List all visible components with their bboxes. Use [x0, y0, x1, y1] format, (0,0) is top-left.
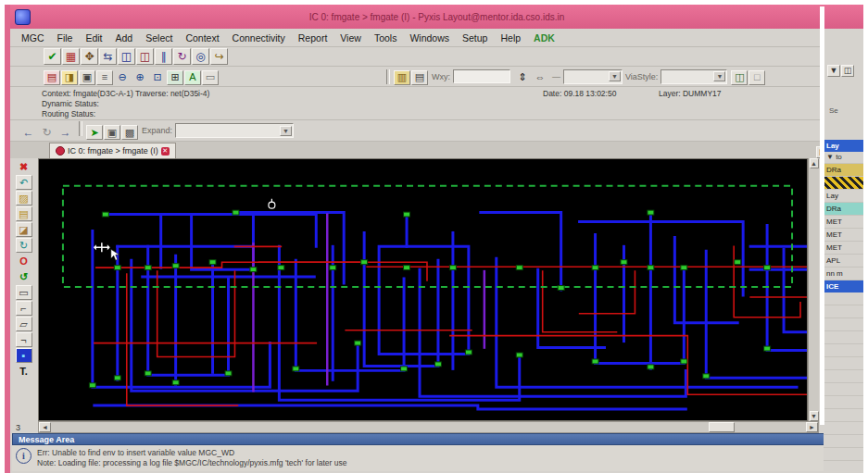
layer-row-empty[interactable] — [824, 305, 863, 318]
print-icon[interactable]: ≡ — [96, 70, 113, 85]
layer-row-empty[interactable] — [824, 422, 863, 435]
layer-row-empty[interactable] — [824, 357, 863, 370]
move-icon[interactable]: ✥ — [81, 48, 98, 65]
save-cell-icon[interactable]: ▣ — [79, 70, 95, 85]
new-cell-icon[interactable]: ▤ — [44, 70, 60, 85]
note-icon[interactable]: ▭ — [202, 70, 219, 85]
new-window-icon[interactable]: ◫ — [731, 70, 748, 85]
via-style-dropdown[interactable]: ▼ — [660, 69, 727, 84]
layer-row[interactable]: DRa — [824, 203, 863, 216]
layer-row[interactable]: MET — [824, 229, 863, 242]
mirror-icon[interactable]: ∥ — [155, 48, 172, 65]
close-tab-icon[interactable]: ✕ — [161, 147, 170, 156]
layout-canvas[interactable] — [38, 158, 808, 421]
layer-row-empty[interactable] — [824, 435, 863, 448]
layer-row[interactable] — [824, 177, 863, 190]
scroll-up-icon[interactable]: ▲ — [810, 158, 819, 168]
zoom-full-icon[interactable]: ⊡ — [149, 70, 166, 85]
paste-icon[interactable]: ◫ — [136, 48, 154, 65]
zoom-selected-icon[interactable]: ◎ — [192, 48, 209, 65]
undo-icon[interactable]: ↶ — [16, 175, 32, 190]
layer-row[interactable]: Lay — [824, 190, 863, 203]
layer-row-empty[interactable] — [824, 409, 863, 422]
zoom-in-icon[interactable]: ⊕ — [132, 70, 148, 85]
copy-icon[interactable]: ◫ — [118, 48, 135, 65]
menu-item-connectivity[interactable]: Connectivity — [227, 31, 291, 44]
save-cell-icon[interactable]: ▤ — [16, 206, 32, 221]
menu-item-setup[interactable]: Setup — [457, 31, 493, 44]
chevron-down-icon[interactable]: ▼ — [609, 71, 621, 81]
via-tool-icon[interactable]: ▪ — [16, 348, 32, 363]
drc-on-icon[interactable]: ↺ — [16, 269, 32, 284]
scroll-left-icon[interactable]: ◄ — [39, 422, 51, 432]
layer-row-empty[interactable] — [824, 344, 863, 357]
layer-row[interactable]: MET — [824, 242, 863, 255]
menu-item-view[interactable]: View — [334, 31, 367, 44]
drc-off-icon[interactable]: O — [16, 254, 32, 268]
h-scrollbar[interactable]: ◄ ► — [38, 421, 819, 433]
h-scroll-thumb[interactable] — [709, 422, 735, 432]
layer-row-empty[interactable] — [824, 331, 863, 344]
layer-row-empty[interactable] — [824, 383, 863, 396]
refresh-icon[interactable]: ↻ — [38, 124, 56, 141]
reload-icon[interactable]: ↻ — [16, 238, 32, 253]
rotate-icon[interactable]: ↻ — [173, 48, 191, 65]
ruler-icon[interactable]: ▤ — [411, 70, 428, 85]
scroll-right-icon[interactable]: ► — [806, 422, 818, 432]
blank-icon[interactable]: □ — [748, 70, 765, 85]
net-dropdown[interactable]: ▼ — [563, 69, 623, 84]
menu-item-adk[interactable]: ADK — [528, 31, 560, 44]
zoom-out-icon[interactable]: ⊖ — [114, 70, 131, 85]
layer-row-empty[interactable] — [824, 370, 863, 383]
menu-item-mgc[interactable]: MGC — [16, 31, 50, 44]
menu-item-report[interactable]: Report — [293, 31, 333, 44]
menu-item-file[interactable]: File — [52, 31, 79, 44]
layer-row-empty[interactable] — [824, 461, 863, 473]
drag-move-icon[interactable]: ⇆ — [99, 48, 117, 65]
edit-cell-icon[interactable]: ▣ — [104, 125, 120, 140]
route-icon[interactable]: ↪ — [210, 48, 228, 65]
back-icon[interactable]: ← — [19, 124, 37, 141]
forward-icon[interactable]: → — [57, 124, 74, 141]
menu-item-add[interactable]: Add — [110, 31, 139, 44]
open-cell-icon[interactable]: ▨ — [16, 191, 32, 205]
layer-row-empty[interactable] — [824, 448, 863, 461]
layer-edit-icon[interactable]: ◫ — [841, 65, 854, 77]
trace-width-icon[interactable]: ▥ — [394, 70, 410, 85]
select-cursor-icon[interactable]: ➤ — [86, 125, 103, 140]
layer-row[interactable]: MET — [824, 216, 863, 229]
open-cell-icon[interactable]: ◨ — [61, 70, 78, 85]
layer-row[interactable]: DRa — [824, 164, 863, 177]
menu-item-select[interactable]: Select — [140, 31, 178, 44]
path-tool-icon[interactable]: ⌐ — [16, 301, 32, 316]
corner-tool-icon[interactable]: ¬ — [16, 332, 32, 347]
select-check-icon[interactable]: ✔ — [44, 48, 61, 65]
chevron-down-icon[interactable]: ▼ — [280, 126, 292, 136]
wxy-input[interactable] — [453, 69, 510, 83]
layers-filter[interactable]: ▼ to — [824, 152, 863, 164]
tab-fmgate[interactable]: IC 0: fmgate > fmgate (I) ✕ — [49, 143, 176, 158]
layer-row-empty[interactable] — [824, 293, 863, 305]
layer-row[interactable]: APL — [824, 255, 863, 268]
palette-icon[interactable]: ◪ — [16, 222, 32, 237]
menu-item-tools[interactable]: Tools — [369, 31, 403, 44]
menu-item-windows[interactable]: Windows — [404, 31, 455, 44]
layer-row-empty[interactable] — [824, 318, 863, 331]
menu-item-context[interactable]: Context — [180, 31, 224, 44]
rect-tool-icon[interactable]: ▭ — [16, 285, 32, 300]
poly-tool-icon[interactable]: ▱ — [16, 317, 32, 331]
layer-menu-icon[interactable]: ▼ — [827, 65, 840, 77]
v-scrollbar[interactable]: ▲ ▼ — [808, 158, 819, 421]
stretch-vertical-icon[interactable]: ⇕ — [514, 70, 531, 85]
expand-dropdown[interactable]: ▼ — [175, 123, 294, 138]
text-a-icon[interactable]: A — [184, 70, 201, 85]
text-tool-icon[interactable]: T. — [16, 364, 32, 379]
peek-icon[interactable]: ▩ — [121, 125, 138, 140]
chevron-down-icon[interactable]: ▼ — [713, 71, 725, 81]
layer-row[interactable]: nn m — [824, 268, 863, 280]
menu-item-edit[interactable]: Edit — [80, 31, 107, 44]
menu-item-help[interactable]: Help — [495, 31, 526, 44]
select-window-icon[interactable]: ▦ — [62, 48, 80, 65]
pan-grid-icon[interactable]: ⊞ — [167, 70, 183, 85]
stretch-horizontal-icon[interactable]: ⇔ — [532, 70, 548, 85]
